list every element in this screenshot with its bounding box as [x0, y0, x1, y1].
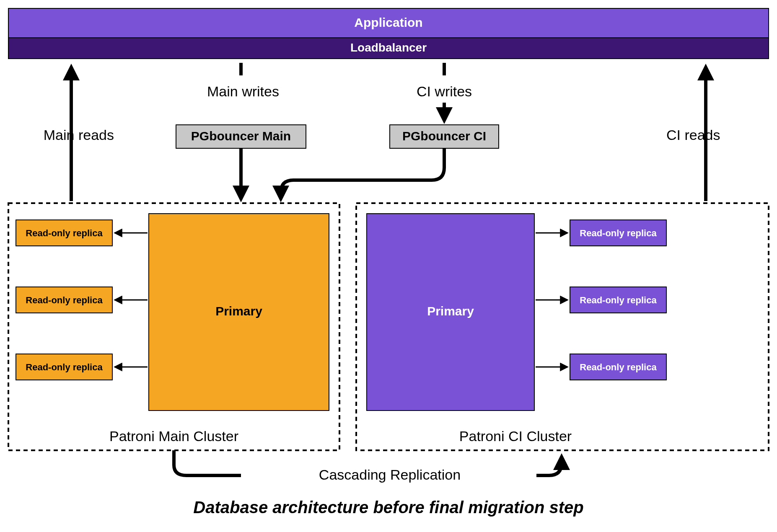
loadbalancer-label: Loadbalancer — [350, 41, 427, 54]
main-writes-flow: Main writes — [207, 63, 279, 99]
patroni-main-cluster: Patroni Main Cluster Primary Read-only r… — [8, 203, 339, 450]
main-replica-2-label: Read-only replica — [26, 295, 103, 305]
ci-reads-flow: CI reads — [666, 67, 720, 201]
ci-primary-label: Primary — [427, 304, 474, 318]
pgbouncer-main-label: PGbouncer Main — [191, 129, 291, 143]
patroni-ci-cluster-title: Patroni CI Cluster — [459, 428, 572, 444]
main-writes-label: Main writes — [207, 83, 279, 99]
pgbouncer-ci-box: PGbouncer CI — [390, 125, 499, 148]
main-replica-2: Read-only replica — [16, 287, 112, 313]
main-replica-3-label: Read-only replica — [26, 362, 103, 372]
main-primary-label: Primary — [215, 304, 262, 318]
diagram-caption: Database architecture before final migra… — [193, 498, 583, 517]
patroni-main-cluster-title: Patroni Main Cluster — [109, 428, 238, 444]
pgbouncer-ci-label: PGbouncer CI — [402, 129, 486, 143]
ci-replica-2: Read-only replica — [570, 287, 666, 313]
ci-replica-3-label: Read-only replica — [580, 362, 657, 372]
ci-replica-1-label: Read-only replica — [580, 228, 657, 238]
ci-reads-label: CI reads — [666, 127, 720, 143]
ci-writes-flow: CI writes — [417, 63, 472, 121]
arrow-pgbouncer-ci-to-main-primary — [281, 148, 444, 199]
ci-writes-label: CI writes — [417, 83, 472, 99]
application-label: Application — [354, 15, 422, 29]
main-replica-1: Read-only replica — [16, 220, 112, 246]
main-replica-1-label: Read-only replica — [26, 228, 103, 238]
main-reads-label: Main reads — [44, 127, 114, 143]
ci-replica-2-label: Read-only replica — [580, 295, 657, 305]
cascading-replication-flow: Cascading Replication — [174, 450, 562, 483]
ci-replica-1: Read-only replica — [570, 220, 666, 246]
loadbalancer-bar: Loadbalancer — [8, 38, 769, 59]
patroni-ci-cluster: Patroni CI Cluster Primary Read-only rep… — [356, 203, 769, 450]
cascading-replication-label: Cascading Replication — [319, 467, 461, 483]
main-replica-3: Read-only replica — [16, 354, 112, 380]
ci-replica-3: Read-only replica — [570, 354, 666, 380]
application-bar: Application — [8, 8, 769, 38]
pgbouncer-main-box: PGbouncer Main — [176, 125, 306, 148]
main-reads-flow: Main reads — [44, 67, 114, 201]
